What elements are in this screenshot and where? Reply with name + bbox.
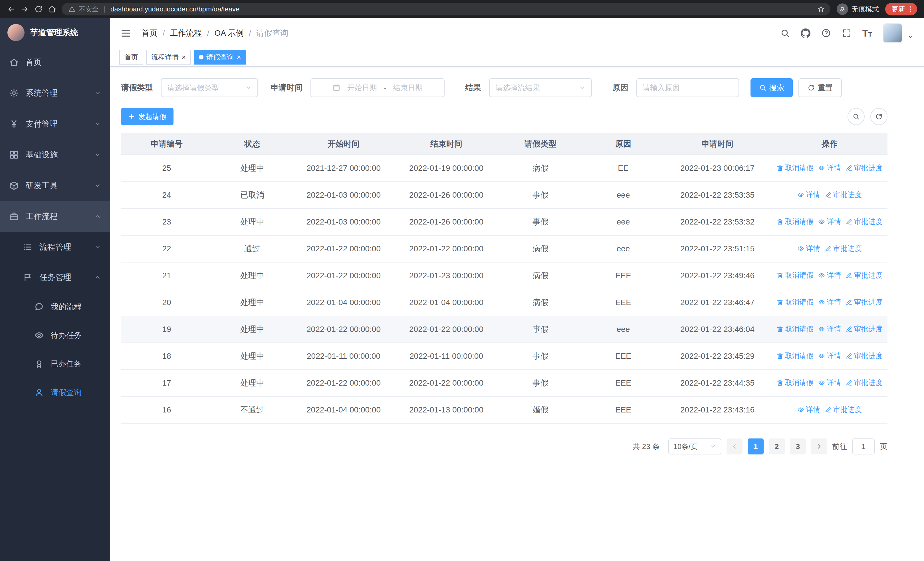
refresh-table-button[interactable] [870, 108, 888, 125]
trash-icon [777, 326, 783, 332]
chevron-left-icon [731, 443, 738, 450]
detail-link[interactable]: 详情 [797, 244, 820, 253]
result-label: 结果 [465, 82, 481, 93]
progress-link[interactable]: 审批进度 [825, 190, 862, 199]
progress-link[interactable]: 审批进度 [846, 297, 883, 307]
search-button[interactable]: 搜索 [750, 78, 793, 97]
eye-icon [818, 299, 825, 305]
cancel-link[interactable]: 取消请假 [777, 297, 814, 307]
progress-link[interactable]: 审批进度 [846, 324, 883, 334]
detail-link[interactable]: 详情 [818, 271, 841, 280]
prev-page-button[interactable] [726, 438, 742, 454]
sidebar-item-done-tasks[interactable]: 已办任务 [0, 350, 110, 378]
sidebar-item-devtools[interactable]: 研发工具 [0, 170, 110, 201]
page-button-1[interactable]: 1 [748, 438, 764, 454]
result-select[interactable]: 请选择流结果 [489, 78, 592, 97]
detail-link[interactable]: 详情 [818, 351, 841, 361]
sidebar-item-system[interactable]: 系统管理 [0, 78, 110, 108]
leave-type-select[interactable]: 请选择请假类型 [161, 78, 258, 97]
sidebar-item-process-mgmt[interactable]: 流程管理 [0, 232, 110, 262]
refresh-icon [875, 113, 883, 120]
detail-link[interactable]: 详情 [818, 297, 841, 307]
page-size-select[interactable]: 10条/页 [668, 438, 722, 454]
cancel-link[interactable]: 取消请假 [777, 351, 814, 361]
tab-item[interactable]: 首页 [119, 50, 143, 65]
tab-close-icon[interactable]: × [182, 53, 186, 61]
page-size-value: 10条/页 [674, 442, 698, 451]
gear-icon [9, 88, 19, 98]
breadcrumb-item[interactable]: 工作流程 [170, 28, 202, 39]
github-icon[interactable] [801, 28, 810, 38]
next-page-button[interactable] [811, 438, 827, 454]
page-button-2[interactable]: 2 [769, 438, 785, 454]
apply-time-range-picker[interactable]: 开始日期 - 结束日期 [310, 78, 445, 97]
chevron-up-icon [94, 274, 101, 281]
detail-link[interactable]: 详情 [818, 378, 841, 387]
sidebar-item-task-mgmt[interactable]: 任务管理 [0, 262, 110, 292]
detail-link[interactable]: 详情 [818, 217, 841, 226]
sidebar-item-todo-tasks[interactable]: 待办任务 [0, 321, 110, 350]
progress-link[interactable]: 审批进度 [846, 163, 883, 173]
flag-icon [23, 272, 33, 282]
detail-link[interactable]: 详情 [818, 324, 841, 334]
cancel-link[interactable]: 取消请假 [777, 378, 814, 387]
progress-link[interactable]: 审批进度 [846, 351, 883, 361]
browser-home-icon[interactable] [48, 5, 57, 14]
sidebar-item-my-process[interactable]: 我的流程 [0, 292, 110, 321]
reload-icon[interactable] [34, 5, 43, 14]
sidebar-item-label: 基础设施 [26, 149, 58, 160]
cell-end-time: 2022-01-13 00:00:00 [395, 397, 498, 423]
progress-link[interactable]: 审批进度 [825, 244, 862, 253]
help-icon[interactable] [821, 28, 831, 38]
detail-link[interactable]: 详情 [818, 163, 841, 173]
bookmark-star-icon[interactable] [817, 5, 825, 13]
update-label: 更新 [891, 5, 905, 14]
header-search-icon[interactable] [780, 28, 790, 38]
cell-leave-type: 事假 [498, 209, 583, 235]
detail-link[interactable]: 详情 [797, 190, 820, 199]
kebab-menu-icon[interactable] [907, 5, 914, 13]
cancel-link[interactable]: 取消请假 [777, 271, 814, 280]
tab-item[interactable]: 请假查询× [194, 50, 246, 65]
progress-link[interactable]: 审批进度 [846, 378, 883, 387]
cell-end-time: 2022-01-22 00:00:00 [395, 370, 498, 397]
security-label: 不安全 [79, 5, 99, 14]
breadcrumb-item[interactable]: 首页 [141, 28, 158, 39]
progress-link[interactable]: 审批进度 [846, 217, 883, 226]
forward-icon[interactable] [21, 5, 29, 14]
url-bar[interactable]: 不安全 dashboard.yudao.iocoder.cn/bpm/oa/le… [62, 3, 830, 15]
caret-down-icon[interactable] [908, 34, 914, 40]
sidebar-item-workflow[interactable]: 工作流程 [0, 201, 110, 232]
tab-close-icon[interactable]: × [237, 53, 241, 61]
create-leave-button[interactable]: 发起请假 [121, 108, 174, 125]
sidebar-item-payment[interactable]: 支付管理 [0, 108, 110, 139]
goto-page-input[interactable] [852, 438, 875, 454]
table-row: 20处理中2022-01-04 00:00:002022-01-04 00:00… [121, 289, 888, 316]
fullscreen-icon[interactable] [842, 28, 852, 38]
breadcrumb-item[interactable]: OA 示例 [214, 28, 244, 39]
cancel-link[interactable]: 取消请假 [777, 217, 814, 226]
column-header: 原因 [583, 133, 663, 155]
cancel-link[interactable]: 取消请假 [777, 324, 814, 334]
back-icon[interactable] [7, 5, 15, 14]
user-avatar[interactable] [883, 23, 902, 43]
cell-leave-type: 事假 [498, 182, 583, 209]
cancel-link[interactable]: 取消请假 [777, 163, 814, 173]
progress-link[interactable]: 审批进度 [825, 405, 862, 414]
update-button[interactable]: 更新 [885, 3, 917, 15]
hamburger-icon[interactable] [120, 28, 131, 39]
font-size-icon[interactable]: TT [862, 28, 872, 38]
sidebar-item-label: 工作流程 [26, 211, 58, 222]
cell-leave-type: 病假 [498, 262, 583, 289]
page-button-3[interactable]: 3 [790, 438, 806, 454]
sidebar-item-home[interactable]: 首页 [0, 47, 110, 78]
detail-link[interactable]: 详情 [797, 405, 820, 414]
progress-link[interactable]: 审批进度 [846, 271, 883, 280]
sidebar-item-infra[interactable]: 基础设施 [0, 139, 110, 170]
reason-input[interactable] [636, 78, 739, 97]
toggle-search-button[interactable] [848, 108, 865, 125]
goto-label: 前往 [832, 442, 847, 451]
tab-item[interactable]: 流程详情× [146, 50, 191, 65]
reset-button[interactable]: 重置 [798, 78, 842, 97]
sidebar-item-leave-query[interactable]: 请假查询 [0, 378, 110, 407]
